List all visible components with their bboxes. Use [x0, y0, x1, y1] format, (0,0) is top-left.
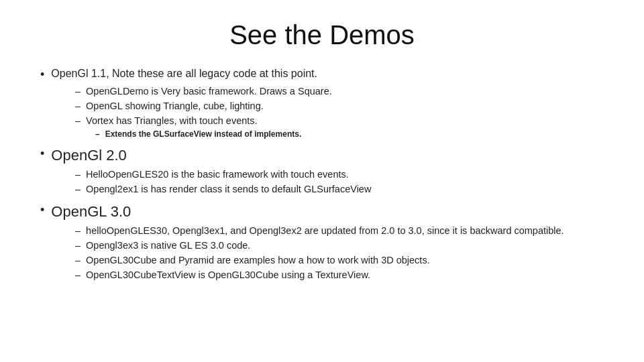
opengl20-header: OpenGl 2.0: [51, 145, 127, 166]
sub-bullet-30-4-text: OpenGL30CubeTextView is OpenGL30Cube usi…: [86, 268, 370, 282]
opengl11-sub-bullets: – OpenGLDemo is Very basic framework. Dr…: [75, 84, 604, 140]
sub-sub-bullet-11-1: – Extends the GLSurfaceView instead of i…: [95, 129, 604, 140]
opengl20-sub-bullets: – HelloOpenGLES20 is the basic framework…: [75, 168, 604, 196]
sub-bullet-20-2-text: Opengl2ex1 is has render class it sends …: [86, 182, 371, 196]
opengl30-sub-bullets: – helloOpenGLES30, Opengl3ex1, and Openg…: [75, 224, 604, 282]
sub-bullet-11-2-text: OpenGL showing Triangle, cube, lighting.: [86, 99, 264, 113]
bullet-dot-3: •: [40, 202, 44, 219]
sub-bullet-30-2-text: Opengl3ex3 is native GL ES 3.0 code.: [86, 239, 250, 253]
sub-bullet-11-1: – OpenGLDemo is Very basic framework. Dr…: [75, 84, 604, 99]
sub-bullet-11-1-text: OpenGLDemo is Very basic framework. Draw…: [86, 84, 332, 99]
sub-bullet-30-2: – Opengl3ex3 is native GL ES 3.0 code.: [75, 239, 604, 253]
sub-bullet-11-3: – Vortex has Triangles, with touch event…: [75, 114, 604, 128]
section-opengl11: • OpenGl 1.1, Note these are all legacy …: [40, 66, 604, 140]
opengl11-header: OpenGl 1.1, Note these are all legacy co…: [51, 66, 317, 81]
section-opengl20: • OpenGl 2.0 – HelloOpenGLES20 is the ba…: [40, 145, 604, 196]
sub-bullet-20-1-text: HelloOpenGLES20 is the basic framework w…: [86, 168, 349, 182]
section-opengl30: • OpenGL 3.0 – helloOpenGLES30, Opengl3e…: [40, 202, 604, 282]
sub-bullet-20-1: – HelloOpenGLES20 is the basic framework…: [75, 168, 604, 182]
sub-bullet-30-1-text: helloOpenGLES30, Opengl3ex1, and Opengl3…: [86, 224, 604, 238]
sub-bullet-11-3-text: Vortex has Triangles, with touch events.: [86, 114, 258, 128]
sub-bullet-11-2: – OpenGL showing Triangle, cube, lightin…: [75, 99, 604, 113]
bullet-dot-2: •: [40, 145, 44, 162]
slide-title: See the Demos: [40, 20, 604, 50]
slide: See the Demos • OpenGl 1.1, Note these a…: [0, 0, 644, 362]
sub-bullet-30-3-text: OpenGL30Cube and Pyramid are examples ho…: [86, 253, 430, 267]
sub-bullet-30-4: – OpenGL30CubeTextView is OpenGL30Cube u…: [75, 268, 604, 282]
opengl30-header: OpenGL 3.0: [51, 202, 131, 223]
sub-bullet-30-1: – helloOpenGLES30, Opengl3ex1, and Openg…: [75, 224, 604, 238]
bullet-dot-1: •: [40, 66, 44, 83]
sub-bullet-30-3: – OpenGL30Cube and Pyramid are examples …: [75, 253, 604, 267]
slide-content: • OpenGl 1.1, Note these are all legacy …: [40, 66, 604, 342]
sub-bullet-20-2: – Opengl2ex1 is has render class it send…: [75, 182, 604, 196]
opengl11-sub-sub-bullets: – Extends the GLSurfaceView instead of i…: [95, 129, 604, 140]
sub-sub-bullet-11-1-text: Extends the GLSurfaceView instead of imp…: [105, 129, 302, 140]
